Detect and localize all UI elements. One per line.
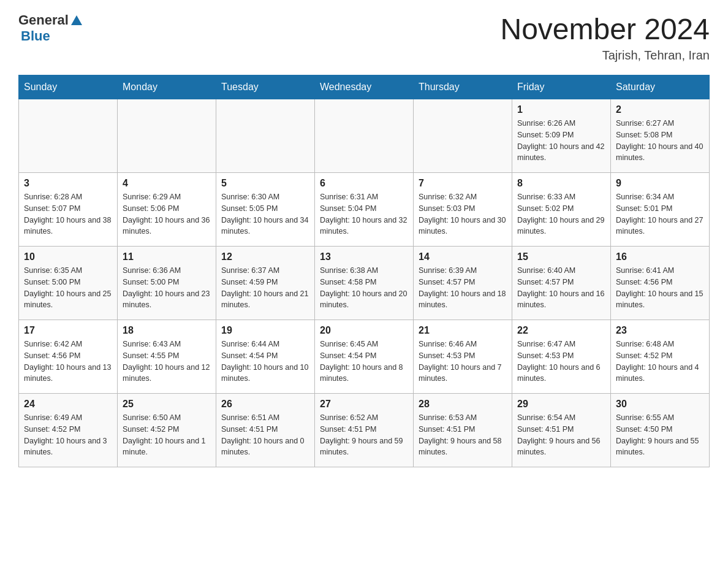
day-info: Sunrise: 6:43 AMSunset: 4:55 PMDaylight:… xyxy=(123,339,211,385)
calendar-cell: 20Sunrise: 6:45 AMSunset: 4:54 PMDayligh… xyxy=(315,320,414,394)
calendar-cell: 6Sunrise: 6:31 AMSunset: 5:04 PMDaylight… xyxy=(315,173,414,247)
day-number: 14 xyxy=(419,251,507,262)
day-info: Sunrise: 6:38 AMSunset: 4:58 PMDaylight:… xyxy=(320,265,408,311)
calendar-cell: 3Sunrise: 6:28 AMSunset: 5:07 PMDaylight… xyxy=(19,173,118,247)
calendar-cell: 22Sunrise: 6:47 AMSunset: 4:53 PMDayligh… xyxy=(512,320,611,394)
day-info: Sunrise: 6:44 AMSunset: 4:54 PMDaylight:… xyxy=(221,339,309,385)
day-info: Sunrise: 6:36 AMSunset: 5:00 PMDaylight:… xyxy=(123,265,211,311)
day-info: Sunrise: 6:35 AMSunset: 5:00 PMDaylight:… xyxy=(24,265,112,311)
calendar-cell: 17Sunrise: 6:42 AMSunset: 4:56 PMDayligh… xyxy=(19,320,118,394)
day-number: 7 xyxy=(419,178,507,189)
weekday-header-row: SundayMondayTuesdayWednesdayThursdayFrid… xyxy=(19,75,710,99)
day-info: Sunrise: 6:27 AMSunset: 5:08 PMDaylight:… xyxy=(616,118,704,164)
calendar-cell: 12Sunrise: 6:37 AMSunset: 4:59 PMDayligh… xyxy=(216,247,315,320)
day-number: 6 xyxy=(320,178,408,189)
day-number: 11 xyxy=(123,251,211,262)
day-info: Sunrise: 6:46 AMSunset: 4:53 PMDaylight:… xyxy=(419,339,507,385)
calendar-cell: 19Sunrise: 6:44 AMSunset: 4:54 PMDayligh… xyxy=(216,320,315,394)
calendar-cell: 24Sunrise: 6:49 AMSunset: 4:52 PMDayligh… xyxy=(19,394,118,467)
calendar-cell xyxy=(414,99,512,173)
day-number: 4 xyxy=(123,178,211,189)
calendar-table: SundayMondayTuesdayWednesdayThursdayFrid… xyxy=(18,75,710,467)
day-number: 21 xyxy=(419,325,507,336)
logo-blue-text: Blue xyxy=(21,28,83,44)
day-number: 23 xyxy=(616,325,704,336)
week-row-5: 24Sunrise: 6:49 AMSunset: 4:52 PMDayligh… xyxy=(19,394,710,467)
day-number: 25 xyxy=(123,399,211,410)
day-number: 24 xyxy=(24,399,112,410)
day-number: 16 xyxy=(616,251,704,262)
calendar-cell: 21Sunrise: 6:46 AMSunset: 4:53 PMDayligh… xyxy=(414,320,512,394)
weekday-header-sunday: Sunday xyxy=(19,75,118,99)
day-number: 28 xyxy=(419,399,507,410)
svg-marker-0 xyxy=(71,15,82,25)
calendar-cell xyxy=(118,99,216,173)
day-number: 15 xyxy=(517,251,605,262)
day-number: 17 xyxy=(24,325,112,336)
logo: General Blue xyxy=(18,12,83,44)
day-info: Sunrise: 6:32 AMSunset: 5:03 PMDaylight:… xyxy=(419,191,507,237)
week-row-3: 10Sunrise: 6:35 AMSunset: 5:00 PMDayligh… xyxy=(19,247,710,320)
day-info: Sunrise: 6:34 AMSunset: 5:01 PMDaylight:… xyxy=(616,191,704,237)
weekday-header-wednesday: Wednesday xyxy=(315,75,414,99)
day-number: 12 xyxy=(221,251,309,262)
calendar-cell xyxy=(216,99,315,173)
calendar-cell: 13Sunrise: 6:38 AMSunset: 4:58 PMDayligh… xyxy=(315,247,414,320)
calendar-cell: 25Sunrise: 6:50 AMSunset: 4:52 PMDayligh… xyxy=(118,394,216,467)
day-info: Sunrise: 6:52 AMSunset: 4:51 PMDaylight:… xyxy=(320,412,408,458)
day-number: 1 xyxy=(517,104,605,115)
week-row-4: 17Sunrise: 6:42 AMSunset: 4:56 PMDayligh… xyxy=(19,320,710,394)
calendar-cell: 10Sunrise: 6:35 AMSunset: 5:00 PMDayligh… xyxy=(19,247,118,320)
day-info: Sunrise: 6:28 AMSunset: 5:07 PMDaylight:… xyxy=(24,191,112,237)
day-info: Sunrise: 6:39 AMSunset: 4:57 PMDaylight:… xyxy=(419,265,507,311)
day-number: 10 xyxy=(24,251,112,262)
calendar-cell: 7Sunrise: 6:32 AMSunset: 5:03 PMDaylight… xyxy=(414,173,512,247)
day-number: 2 xyxy=(616,104,704,115)
weekday-header-thursday: Thursday xyxy=(414,75,512,99)
week-row-1: 1Sunrise: 6:26 AMSunset: 5:09 PMDaylight… xyxy=(19,99,710,173)
day-number: 30 xyxy=(616,399,704,410)
day-info: Sunrise: 6:49 AMSunset: 4:52 PMDaylight:… xyxy=(24,412,112,458)
day-info: Sunrise: 6:33 AMSunset: 5:02 PMDaylight:… xyxy=(517,191,605,237)
day-number: 29 xyxy=(517,399,605,410)
calendar-cell: 18Sunrise: 6:43 AMSunset: 4:55 PMDayligh… xyxy=(118,320,216,394)
calendar-cell xyxy=(315,99,414,173)
day-info: Sunrise: 6:40 AMSunset: 4:57 PMDaylight:… xyxy=(517,265,605,311)
weekday-header-saturday: Saturday xyxy=(611,75,710,99)
day-number: 9 xyxy=(616,178,704,189)
day-number: 13 xyxy=(320,251,408,262)
day-number: 19 xyxy=(221,325,309,336)
day-info: Sunrise: 6:51 AMSunset: 4:51 PMDaylight:… xyxy=(221,412,309,458)
day-info: Sunrise: 6:31 AMSunset: 5:04 PMDaylight:… xyxy=(320,191,408,237)
day-info: Sunrise: 6:48 AMSunset: 4:52 PMDaylight:… xyxy=(616,339,704,385)
calendar-cell: 11Sunrise: 6:36 AMSunset: 5:00 PMDayligh… xyxy=(118,247,216,320)
calendar-cell: 1Sunrise: 6:26 AMSunset: 5:09 PMDaylight… xyxy=(512,99,611,173)
day-number: 3 xyxy=(24,178,112,189)
location-title: Tajrish, Tehran, Iran xyxy=(500,48,710,63)
day-info: Sunrise: 6:37 AMSunset: 4:59 PMDaylight:… xyxy=(221,265,309,311)
week-row-2: 3Sunrise: 6:28 AMSunset: 5:07 PMDaylight… xyxy=(19,173,710,247)
calendar-cell: 27Sunrise: 6:52 AMSunset: 4:51 PMDayligh… xyxy=(315,394,414,467)
calendar-cell: 4Sunrise: 6:29 AMSunset: 5:06 PMDaylight… xyxy=(118,173,216,247)
day-info: Sunrise: 6:30 AMSunset: 5:05 PMDaylight:… xyxy=(221,191,309,237)
calendar-cell: 26Sunrise: 6:51 AMSunset: 4:51 PMDayligh… xyxy=(216,394,315,467)
day-info: Sunrise: 6:50 AMSunset: 4:52 PMDaylight:… xyxy=(123,412,211,458)
calendar-cell: 30Sunrise: 6:55 AMSunset: 4:50 PMDayligh… xyxy=(611,394,710,467)
calendar-cell xyxy=(19,99,118,173)
month-year-title: November 2024 xyxy=(500,12,710,46)
calendar-cell: 28Sunrise: 6:53 AMSunset: 4:51 PMDayligh… xyxy=(414,394,512,467)
day-number: 20 xyxy=(320,325,408,336)
day-number: 27 xyxy=(320,399,408,410)
calendar-cell: 14Sunrise: 6:39 AMSunset: 4:57 PMDayligh… xyxy=(414,247,512,320)
day-info: Sunrise: 6:53 AMSunset: 4:51 PMDaylight:… xyxy=(419,412,507,458)
day-info: Sunrise: 6:54 AMSunset: 4:51 PMDaylight:… xyxy=(517,412,605,458)
calendar-cell: 2Sunrise: 6:27 AMSunset: 5:08 PMDaylight… xyxy=(611,99,710,173)
calendar-cell: 9Sunrise: 6:34 AMSunset: 5:01 PMDaylight… xyxy=(611,173,710,247)
weekday-header-tuesday: Tuesday xyxy=(216,75,315,99)
weekday-header-friday: Friday xyxy=(512,75,611,99)
day-number: 22 xyxy=(517,325,605,336)
day-number: 18 xyxy=(123,325,211,336)
day-number: 26 xyxy=(221,399,309,410)
calendar-cell: 15Sunrise: 6:40 AMSunset: 4:57 PMDayligh… xyxy=(512,247,611,320)
day-number: 8 xyxy=(517,178,605,189)
